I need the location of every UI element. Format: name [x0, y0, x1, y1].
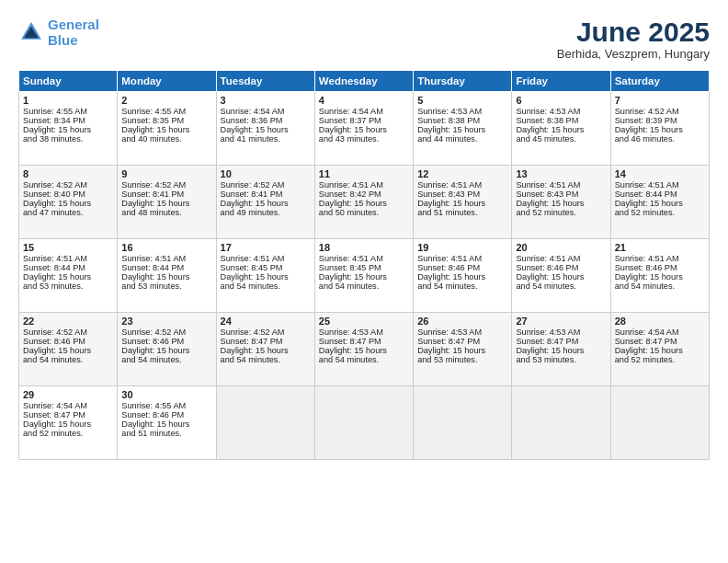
day-info-line: and 54 minutes. — [121, 355, 211, 364]
day-info-line: Sunrise: 4:54 AM — [221, 107, 311, 116]
day-info-line: and 52 minutes. — [615, 208, 705, 217]
day-info-line: Sunrise: 4:51 AM — [417, 180, 507, 190]
day-number: 13 — [516, 168, 606, 179]
calendar-week-row: 15Sunrise: 4:51 AMSunset: 8:44 PMDayligh… — [19, 239, 710, 313]
day-number: 5 — [417, 95, 507, 106]
calendar-day-cell: 29Sunrise: 4:54 AMSunset: 8:47 PMDayligh… — [19, 386, 118, 460]
day-info-line: Sunrise: 4:51 AM — [417, 254, 507, 263]
day-info-line: Sunset: 8:45 PM — [221, 263, 311, 272]
day-info-line: and 54 minutes. — [615, 282, 705, 291]
day-info-line: Sunset: 8:46 PM — [615, 263, 705, 272]
day-number: 6 — [516, 95, 606, 106]
day-info-line: and 52 minutes. — [23, 429, 113, 438]
logo: General Blue — [18, 17, 99, 49]
day-info-line: Sunset: 8:36 PM — [221, 116, 311, 125]
day-info-line: Sunset: 8:46 PM — [23, 337, 113, 346]
day-number: 7 — [615, 95, 705, 106]
calendar-week-row: 22Sunrise: 4:52 AMSunset: 8:46 PMDayligh… — [19, 313, 710, 386]
day-number: 26 — [417, 316, 507, 327]
calendar-day-cell: 27Sunrise: 4:53 AMSunset: 8:47 PMDayligh… — [512, 313, 610, 386]
day-info-line: Sunset: 8:42 PM — [319, 190, 409, 199]
calendar-day-cell: 7Sunrise: 4:52 AMSunset: 8:39 PMDaylight… — [610, 92, 709, 166]
day-info-line: Sunrise: 4:51 AM — [615, 180, 705, 190]
calendar-day-cell: 21Sunrise: 4:51 AMSunset: 8:46 PMDayligh… — [610, 239, 709, 313]
title-block: June 2025 Berhida, Veszprem, Hungary — [557, 17, 710, 61]
day-info-line: Daylight: 15 hours — [417, 272, 507, 282]
day-info-line: and 53 minutes. — [516, 355, 606, 364]
day-info-line: and 53 minutes. — [23, 282, 113, 291]
calendar-day-cell: 3Sunrise: 4:54 AMSunset: 8:36 PMDaylight… — [216, 92, 314, 166]
logo-icon — [18, 19, 44, 45]
day-info-line: Sunset: 8:43 PM — [417, 190, 507, 199]
day-info-line: Sunset: 8:44 PM — [23, 263, 113, 272]
page-header: General Blue June 2025 Berhida, Veszprem… — [18, 17, 710, 61]
day-info-line: Sunset: 8:41 PM — [221, 190, 311, 199]
day-info-line: Sunrise: 4:52 AM — [121, 327, 211, 337]
calendar-week-row: 8Sunrise: 4:52 AMSunset: 8:40 PMDaylight… — [19, 166, 710, 239]
day-info-line: Sunrise: 4:55 AM — [121, 401, 211, 410]
day-info-line: Daylight: 15 hours — [615, 199, 705, 208]
day-info-line: and 52 minutes. — [516, 208, 606, 217]
day-info-line: Daylight: 15 hours — [221, 346, 311, 355]
day-info-line: and 47 minutes. — [23, 208, 113, 217]
calendar-day-cell: 13Sunrise: 4:51 AMSunset: 8:43 PMDayligh… — [512, 166, 610, 239]
day-info-line: Sunrise: 4:53 AM — [516, 107, 606, 116]
day-info-line: Sunrise: 4:51 AM — [221, 254, 311, 263]
day-info-line: Daylight: 15 hours — [516, 272, 606, 282]
day-info-line: Daylight: 15 hours — [417, 125, 507, 134]
calendar-day-cell: 15Sunrise: 4:51 AMSunset: 8:44 PMDayligh… — [19, 239, 118, 313]
header-friday: Friday — [512, 71, 610, 92]
calendar-day-cell: 18Sunrise: 4:51 AMSunset: 8:45 PMDayligh… — [314, 239, 413, 313]
day-info-line: and 53 minutes. — [121, 282, 211, 291]
day-info-line: Daylight: 15 hours — [221, 272, 311, 282]
day-info-line: Sunrise: 4:52 AM — [121, 180, 211, 190]
day-info-line: Daylight: 15 hours — [121, 346, 211, 355]
day-info-line: Sunrise: 4:54 AM — [23, 401, 113, 410]
day-info-line: and 51 minutes. — [417, 208, 507, 217]
calendar-day-cell: 9Sunrise: 4:52 AMSunset: 8:41 PMDaylight… — [118, 166, 216, 239]
day-info-line: Sunset: 8:34 PM — [23, 116, 113, 125]
calendar-day-cell — [314, 386, 413, 460]
day-info-line: Daylight: 15 hours — [615, 272, 705, 282]
day-info-line: Daylight: 15 hours — [23, 199, 113, 208]
day-info-line: and 54 minutes. — [319, 282, 409, 291]
day-info-line: and 38 minutes. — [23, 134, 113, 144]
day-info-line: Daylight: 15 hours — [319, 272, 409, 282]
day-info-line: Daylight: 15 hours — [417, 346, 507, 355]
day-info-line: Sunset: 8:38 PM — [417, 116, 507, 125]
day-number: 2 — [121, 95, 211, 106]
calendar-day-cell: 10Sunrise: 4:52 AMSunset: 8:41 PMDayligh… — [216, 166, 314, 239]
day-number: 4 — [319, 95, 409, 106]
day-info-line: Daylight: 15 hours — [615, 346, 705, 355]
calendar-day-cell: 19Sunrise: 4:51 AMSunset: 8:46 PMDayligh… — [414, 239, 512, 313]
day-info-line: Sunset: 8:41 PM — [121, 190, 211, 199]
day-info-line: Sunset: 8:38 PM — [516, 116, 606, 125]
day-info-line: Sunrise: 4:54 AM — [319, 107, 409, 116]
day-number: 28 — [615, 316, 705, 327]
calendar-table: Sunday Monday Tuesday Wednesday Thursday… — [18, 70, 710, 460]
day-info-line: Sunrise: 4:55 AM — [23, 107, 113, 116]
calendar-day-cell — [512, 386, 610, 460]
day-number: 23 — [121, 316, 211, 327]
day-info-line: and 46 minutes. — [615, 134, 705, 144]
calendar-day-cell: 8Sunrise: 4:52 AMSunset: 8:40 PMDaylight… — [19, 166, 118, 239]
calendar-day-cell: 12Sunrise: 4:51 AMSunset: 8:43 PMDayligh… — [414, 166, 512, 239]
calendar-header-row: Sunday Monday Tuesday Wednesday Thursday… — [19, 71, 710, 92]
day-info-line: Sunset: 8:46 PM — [121, 337, 211, 346]
day-info-line: Daylight: 15 hours — [615, 125, 705, 134]
calendar-day-cell: 16Sunrise: 4:51 AMSunset: 8:44 PMDayligh… — [118, 239, 216, 313]
day-info-line: Daylight: 15 hours — [516, 346, 606, 355]
day-info-line: Daylight: 15 hours — [23, 419, 113, 429]
day-number: 11 — [319, 168, 409, 179]
header-thursday: Thursday — [414, 71, 512, 92]
header-monday: Monday — [118, 71, 216, 92]
day-info-line: Sunset: 8:35 PM — [121, 116, 211, 125]
calendar-day-cell: 6Sunrise: 4:53 AMSunset: 8:38 PMDaylight… — [512, 92, 610, 166]
day-info-line: Sunrise: 4:51 AM — [319, 180, 409, 190]
day-number: 14 — [615, 168, 705, 179]
day-info-line: Sunset: 8:44 PM — [615, 190, 705, 199]
day-info-line: Daylight: 15 hours — [319, 199, 409, 208]
header-saturday: Saturday — [610, 71, 709, 92]
day-info-line: Sunrise: 4:52 AM — [23, 180, 113, 190]
calendar-day-cell: 20Sunrise: 4:51 AMSunset: 8:46 PMDayligh… — [512, 239, 610, 313]
